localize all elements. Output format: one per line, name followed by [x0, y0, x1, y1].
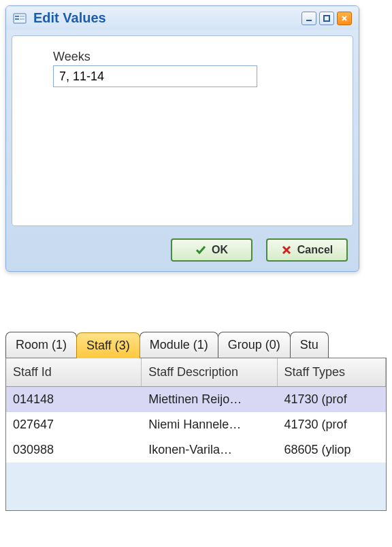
svg-rect-1	[15, 16, 19, 17]
button-bar: OK Cancel	[6, 232, 359, 271]
dialog-body: Weeks	[12, 35, 353, 226]
table-row[interactable]: 014148 Miettinen Reijo… 41730 (prof	[6, 387, 386, 412]
tab-group[interactable]: Group (0)	[218, 332, 291, 358]
minimize-button[interactable]	[301, 12, 316, 25]
col-staff-desc[interactable]: Staff Description	[142, 358, 277, 386]
cancel-label: Cancel	[297, 244, 333, 256]
form-icon	[13, 12, 27, 25]
table-row[interactable]: 027647 Niemi Hannele… 41730 (prof	[6, 412, 386, 437]
grid-empty-area	[6, 463, 386, 510]
svg-rect-4	[20, 18, 24, 20]
svg-rect-6	[324, 16, 329, 21]
col-staff-types[interactable]: Staff Types	[278, 358, 386, 386]
close-button[interactable]	[337, 12, 352, 25]
staff-grid: Staff Id Staff Description Staff Types 0…	[5, 358, 387, 511]
titlebar: Edit Values	[6, 6, 359, 30]
cross-icon	[281, 245, 292, 255]
table-row[interactable]: 030988 Ikonen-Varila… 68605 (yliop	[6, 437, 386, 463]
check-icon	[195, 245, 206, 255]
dialog-title: Edit Values	[33, 10, 301, 26]
tab-staff[interactable]: Staff (3)	[76, 332, 140, 358]
tab-student[interactable]: Stu	[290, 332, 329, 358]
tabs-panel: Room (1) Staff (3) Module (1) Group (0) …	[5, 332, 387, 511]
edit-values-dialog: Edit Values Weeks OK Canc	[5, 5, 359, 272]
tabstrip: Room (1) Staff (3) Module (1) Group (0) …	[5, 332, 387, 358]
weeks-label: Weeks	[53, 50, 339, 64]
window-buttons	[301, 12, 352, 25]
ok-label: OK	[212, 244, 228, 256]
cell-staff-id: 014148	[6, 387, 142, 412]
cell-staff-desc: Ikonen-Varila…	[142, 437, 277, 463]
maximize-button[interactable]	[319, 12, 334, 25]
svg-rect-3	[20, 16, 24, 17]
tab-room[interactable]: Room (1)	[5, 332, 77, 358]
cell-staff-type: 41730 (prof	[278, 412, 386, 437]
cell-staff-id: 030988	[6, 437, 142, 463]
cell-staff-id: 027647	[6, 412, 142, 437]
svg-rect-5	[306, 20, 312, 21]
grid-header: Staff Id Staff Description Staff Types	[6, 358, 386, 387]
cell-staff-desc: Niemi Hannele…	[142, 412, 277, 437]
ok-button[interactable]: OK	[171, 238, 252, 262]
col-staff-id[interactable]: Staff Id	[6, 358, 142, 386]
cancel-button[interactable]: Cancel	[266, 238, 348, 262]
cell-staff-desc: Miettinen Reijo…	[142, 387, 277, 412]
tab-module[interactable]: Module (1)	[140, 332, 218, 358]
svg-rect-2	[15, 18, 19, 20]
cell-staff-type: 68605 (yliop	[278, 437, 386, 463]
weeks-input[interactable]	[53, 65, 257, 87]
cell-staff-type: 41730 (prof	[278, 387, 386, 412]
